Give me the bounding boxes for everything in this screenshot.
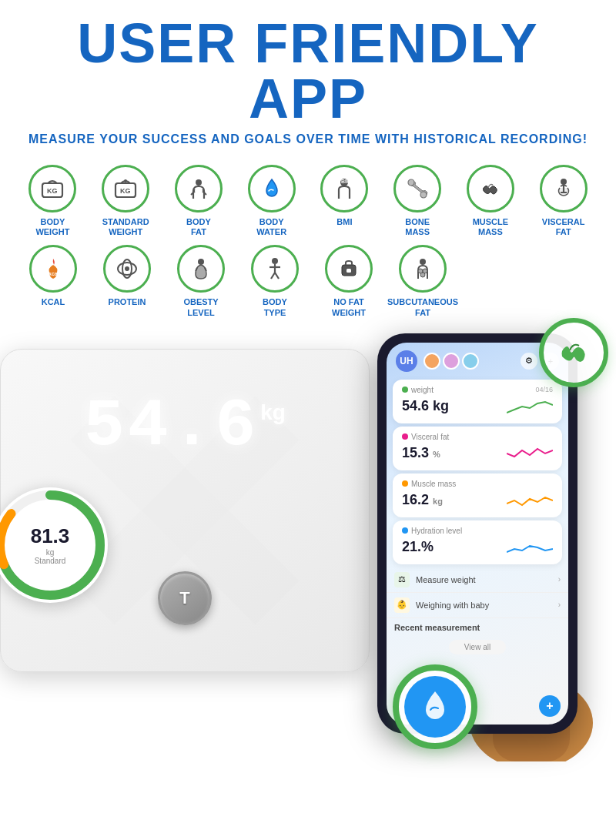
bone-mass-icon-circle xyxy=(393,165,441,213)
body-water-svg xyxy=(259,176,285,202)
water-decoration xyxy=(393,664,477,749)
icon-protein: PROTEIN xyxy=(97,245,157,307)
svg-point-23 xyxy=(420,259,426,265)
weight-label: weight xyxy=(411,386,434,394)
protein-svg xyxy=(114,256,140,282)
icon-bone-mass: BONEMASS xyxy=(388,165,447,237)
hydration-value: 21.% xyxy=(402,539,434,555)
avatar-1 xyxy=(424,353,440,370)
kcal-icon-circle: kcal xyxy=(29,245,77,293)
svg-line-20 xyxy=(275,273,279,279)
weight-date: 04/16 xyxy=(535,386,553,393)
svg-text:BMI: BMI xyxy=(341,179,351,184)
icons-section: KG BODYWEIGHT KG STANDARDWEIGHT xyxy=(15,165,601,318)
visceral-label: Visceral fat xyxy=(411,433,449,441)
muscle-mass-icon-circle xyxy=(467,165,514,213)
weighing-baby-text: Weighing with baby xyxy=(416,601,552,610)
icon-subcutaneous-fat: SUBCUTANEOUSFAT xyxy=(393,245,453,317)
visceral-dot xyxy=(402,433,408,440)
weighing-baby-row[interactable]: 👶 Weighing with baby › xyxy=(387,593,568,618)
weight-sparkline xyxy=(507,396,553,417)
icon-kcal: kcal KCAL xyxy=(23,245,83,307)
muscle-icon xyxy=(554,333,593,372)
svg-point-4 xyxy=(124,179,127,182)
user-avatars xyxy=(424,353,479,370)
weight-value: 54.6 kg xyxy=(402,398,449,414)
view-all-section: View all xyxy=(387,635,568,659)
body-weight-icon-circle: KG xyxy=(28,165,76,213)
muscle-mass-label: MUSCLEMASS xyxy=(473,217,508,237)
svg-point-5 xyxy=(196,179,202,186)
gauge-outer: 81.3 kg Standard xyxy=(0,487,108,603)
view-all-btn[interactable]: View all xyxy=(449,640,506,654)
scale-unit: kg xyxy=(260,400,286,425)
icon-body-water: BODYWATER xyxy=(242,165,301,237)
icons-row-2: kcal KCAL PROTEIN xyxy=(23,245,593,317)
muscle-circle xyxy=(539,318,608,387)
body-type-svg xyxy=(262,256,288,282)
svg-point-15 xyxy=(198,259,204,265)
water-circle-inner xyxy=(404,676,466,738)
hydration-sparkline xyxy=(507,537,553,558)
svg-rect-22 xyxy=(346,269,351,273)
visceral-fat-label: VISCERALFAT xyxy=(542,217,585,237)
icon-muscle-mass: MUSCLEMASS xyxy=(461,165,521,237)
scale-button[interactable]: T xyxy=(158,571,212,625)
body-fat-label: BODYFAT xyxy=(186,217,211,237)
water-drop-icon xyxy=(420,690,450,724)
subcutaneous-svg xyxy=(410,256,436,282)
scale-button-label: T xyxy=(179,588,189,608)
page-container: USER FRIENDLY APP MEASURE YOUR SUCCESS A… xyxy=(0,0,616,840)
bmi-icon-circle: BMI xyxy=(320,165,368,213)
water-circle-outer xyxy=(393,664,477,749)
standard-weight-svg: KG xyxy=(112,176,139,202)
muscle-card: Muscle mass 16.2 kg xyxy=(393,474,562,517)
svg-point-26 xyxy=(420,273,425,277)
no-fat-icon-circle xyxy=(325,245,373,293)
icon-no-fat-weight: NO FATWEIGHT xyxy=(319,245,379,317)
kcal-label: KCAL xyxy=(42,297,65,307)
bone-mass-svg xyxy=(404,176,430,202)
svg-text:kcal: kcal xyxy=(49,271,59,276)
avatar-2 xyxy=(443,353,460,370)
fab-add-button[interactable]: + xyxy=(539,695,561,717)
body-water-icon-circle xyxy=(248,165,296,213)
settings-icon[interactable]: ⚙ xyxy=(521,353,537,370)
scale-display: 54.6 kg xyxy=(84,388,286,464)
svg-text:KG: KG xyxy=(120,187,131,195)
svg-point-10 xyxy=(561,179,567,185)
visceral-value-row: 15.3 % xyxy=(402,443,553,464)
weight-dot xyxy=(402,387,408,393)
weight-card: weight 04/16 54.6 kg xyxy=(393,380,562,423)
icon-body-type: BODYTYPE xyxy=(245,245,305,317)
hydration-dot xyxy=(402,527,408,534)
chevron-right-icon-2: › xyxy=(558,601,561,609)
muscle-sparkline xyxy=(507,490,553,511)
main-title: USER FRIENDLY APP xyxy=(15,15,601,126)
body-fat-svg xyxy=(186,176,212,202)
recent-measurement-title: Recent measurement xyxy=(387,618,568,635)
svg-point-8 xyxy=(408,179,414,186)
gauge-section: 81.3 kg Standard xyxy=(0,487,116,611)
icon-body-weight: KG BODYWEIGHT xyxy=(23,165,82,237)
app-logo: UH xyxy=(396,350,417,372)
icon-standard-weight: KG STANDARDWEIGHT xyxy=(96,165,156,237)
protein-label: PROTEIN xyxy=(109,297,146,307)
visceral-sparkline xyxy=(507,443,553,464)
subcutaneous-fat-label: SUBCUTANEOUSFAT xyxy=(387,297,458,317)
visceral-fat-svg xyxy=(551,176,577,202)
body-weight-svg: KG xyxy=(39,176,65,202)
hydration-title-row: Hydration level xyxy=(402,527,553,535)
icon-obesty-level: OBESTYLEVEL xyxy=(171,245,231,317)
visceral-card: Visceral fat 15.3 % xyxy=(393,427,562,470)
svg-point-16 xyxy=(272,258,278,264)
measure-weight-row[interactable]: ⚖ Measure weight › xyxy=(387,567,568,593)
obesty-svg xyxy=(188,256,214,282)
subtitle: MEASURE YOUR SUCCESS AND GOALS OVER TIME… xyxy=(15,132,601,146)
visceral-value: 15.3 % xyxy=(402,445,440,461)
no-fat-svg xyxy=(336,256,362,282)
protein-icon-circle xyxy=(103,245,151,293)
hydration-card: Hydration level 21.% xyxy=(393,520,562,564)
muscle-value: 16.2 kg xyxy=(402,492,443,508)
muscle-value-row: 16.2 kg xyxy=(402,490,553,511)
